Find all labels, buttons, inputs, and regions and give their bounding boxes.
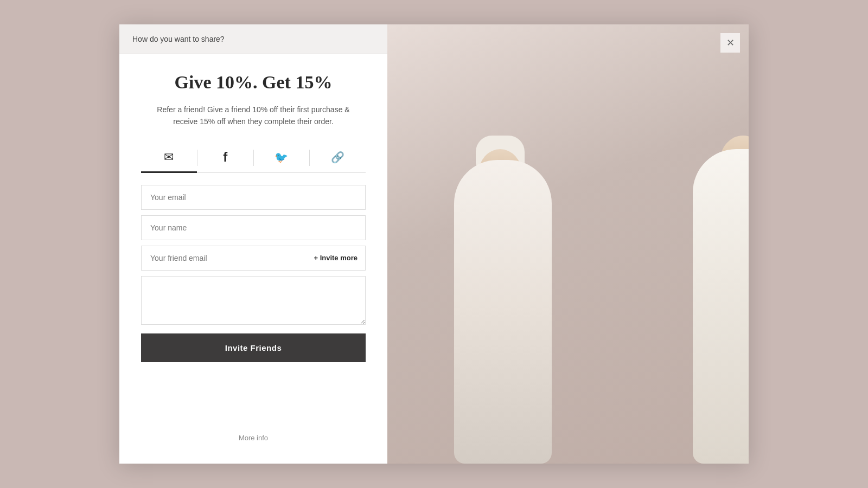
panel-header: How do you want to share? [119,24,387,54]
panel-body: Give 10%. Get 15% Refer a friend! Give a… [119,54,387,464]
twitter-icon [275,150,288,164]
facebook-icon [223,150,227,165]
tab-twitter[interactable] [254,143,310,173]
share-tabs [141,143,366,173]
invite-friends-button[interactable]: Invite Friends [141,333,366,362]
promo-description: Refer a friend! Give a friend 10% off th… [156,104,351,128]
header-text: How do you want to share? [132,35,225,43]
close-icon: ✕ [726,37,735,49]
body-right [693,149,749,464]
invite-more-button[interactable]: + Invite more [306,254,365,262]
body-left [454,160,552,464]
promo-title: Give 10%. Get 15% [175,72,333,94]
figure-group [438,41,698,464]
friend-email-input[interactable] [142,246,306,270]
name-field-group [141,215,366,240]
modal-container: ✕ How do you want to share? Give 10%. Ge… [119,24,749,464]
name-input[interactable] [141,215,366,240]
more-info-link[interactable]: More info [239,434,268,451]
tab-facebook[interactable] [197,143,253,173]
right-panel [387,24,749,464]
tab-email[interactable] [141,143,197,173]
link-icon [331,150,344,164]
email-field-group [141,185,366,210]
promo-image [387,24,749,464]
tab-link[interactable] [310,143,366,173]
message-textarea[interactable] [141,276,366,325]
friend-email-group: + Invite more [141,246,366,271]
close-button[interactable]: ✕ [720,33,740,53]
email-icon [164,150,174,164]
email-input[interactable] [141,185,366,210]
left-panel: How do you want to share? Give 10%. Get … [119,24,387,464]
